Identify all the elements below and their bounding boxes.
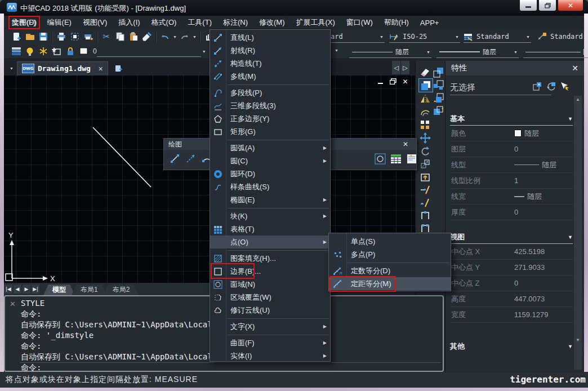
print-preview-button[interactable] bbox=[68, 30, 82, 43]
lineweight-dropdown[interactable]: 随层 ▼ bbox=[436, 46, 519, 58]
menu-item-spline[interactable]: 样条曲线(S) bbox=[210, 180, 330, 193]
section-view-header[interactable]: 视图▼ bbox=[450, 231, 573, 244]
trim-icon[interactable] bbox=[418, 183, 432, 196]
restore-button[interactable] bbox=[538, 0, 556, 11]
submenu-item-multiple-points[interactable]: 多点(P) bbox=[329, 248, 451, 261]
color-dropdown-arrow[interactable]: ▼ bbox=[333, 48, 340, 52]
next-tab-button[interactable]: ▶ bbox=[23, 285, 30, 294]
bring-to-front-icon[interactable] bbox=[431, 65, 445, 78]
prop-row-lineweight[interactable]: 线宽 随层 bbox=[450, 189, 573, 205]
menu-item-polygon[interactable]: 正多边形(Y) bbox=[210, 112, 330, 125]
menu-item-block[interactable]: 块(K) ▶ bbox=[210, 210, 330, 223]
prop-row-center-z[interactable]: 中心点 Z 0 bbox=[450, 276, 573, 291]
erase-icon[interactable] bbox=[418, 65, 432, 78]
prop-row-thickness[interactable]: 厚度 0 bbox=[450, 205, 573, 220]
prev-tab-button[interactable]: ◀ bbox=[14, 285, 21, 294]
prop-row-linetype-scale[interactable]: 线型比例 1 bbox=[450, 173, 573, 189]
copy-icon[interactable] bbox=[113, 30, 127, 43]
submenu-item-divide[interactable]: n 定数等分(D) bbox=[329, 264, 451, 277]
menu-insert[interactable]: 插入(I) bbox=[115, 16, 143, 29]
menu-dimension[interactable]: 标注(N) bbox=[220, 16, 251, 29]
array-icon[interactable] bbox=[418, 118, 432, 131]
scroll-up-icon[interactable]: ▲ bbox=[574, 97, 582, 102]
menu-item-multiline[interactable]: 多线(M) bbox=[210, 70, 330, 83]
floating-toolbar-close-icon[interactable]: ✕ bbox=[403, 140, 408, 148]
command-close-icon[interactable]: ✕ bbox=[10, 300, 16, 308]
stretch-icon[interactable] bbox=[418, 170, 432, 183]
menu-window[interactable]: 窗口(W) bbox=[343, 16, 376, 29]
prop-row-linetype[interactable]: 线型 随层 bbox=[450, 157, 573, 173]
tab-layout2[interactable]: 布局2 bbox=[104, 285, 139, 295]
move-icon[interactable] bbox=[418, 131, 432, 144]
menu-item-construction-line[interactable]: 构造线(T) bbox=[210, 57, 330, 70]
menu-item-region[interactable]: 面域(N) bbox=[210, 278, 330, 291]
menu-draw[interactable]: 绘图(D) bbox=[8, 16, 40, 29]
close-button[interactable]: ✕ bbox=[558, 0, 583, 11]
offset-icon[interactable] bbox=[418, 105, 432, 118]
send-to-back-icon[interactable] bbox=[431, 78, 445, 91]
menu-express[interactable]: 扩展工具(X) bbox=[293, 16, 338, 29]
layer-color-swatch[interactable] bbox=[77, 45, 91, 57]
menu-item-text[interactable]: 文字(X) ▶ bbox=[210, 320, 330, 333]
xline-tool-icon[interactable] bbox=[184, 152, 198, 166]
table-tool-icon[interactable] bbox=[389, 152, 403, 166]
menu-item-polyline[interactable]: 多段线(P) bbox=[210, 86, 330, 99]
extend-icon[interactable] bbox=[418, 196, 432, 209]
menu-item-ellipse[interactable]: 椭圆(E) ▶ bbox=[210, 193, 330, 206]
layer-freeze-icon[interactable] bbox=[37, 45, 50, 57]
line-tool-icon[interactable] bbox=[168, 152, 182, 166]
menu-modify[interactable]: 修改(M) bbox=[256, 16, 288, 29]
prop-row-layer[interactable]: 图层 0 bbox=[450, 141, 573, 157]
new-doc-tab-button[interactable] bbox=[112, 62, 125, 74]
minimize-button[interactable] bbox=[519, 0, 537, 11]
print-button[interactable] bbox=[55, 30, 68, 43]
tab-scroll-right-button[interactable]: ▷ bbox=[401, 61, 409, 74]
section-other-header[interactable]: 其他▼ bbox=[450, 340, 573, 353]
break-at-point-icon[interactable] bbox=[418, 209, 432, 222]
mleader-style-dropdown[interactable]: Standard bbox=[537, 31, 588, 42]
menu-item-3d-polyline[interactable]: 三维多段线(3) bbox=[210, 99, 330, 112]
doc-list-dropdown-icon[interactable]: ▼ bbox=[8, 66, 15, 70]
tab-model[interactable]: 模型 bbox=[43, 285, 75, 295]
cut-icon[interactable]: ✂ bbox=[100, 30, 113, 43]
menu-item-arc[interactable]: 圆弧(A) ▶ bbox=[210, 141, 330, 154]
save-button[interactable] bbox=[37, 30, 50, 43]
region-tool-icon[interactable] bbox=[373, 152, 387, 166]
redo-dropdown-icon[interactable]: ▼ bbox=[191, 35, 198, 39]
layer-dropdown-arrow[interactable]: ▼ bbox=[201, 50, 207, 54]
match-properties-icon[interactable] bbox=[140, 30, 154, 43]
menu-item-surface[interactable]: 曲面(F) ▶ bbox=[210, 336, 330, 349]
menu-tools[interactable]: 工具(T) bbox=[184, 16, 215, 29]
menu-item-table[interactable]: 表格(T) bbox=[210, 223, 330, 236]
menu-item-revision-cloud[interactable]: 修订云线(U) bbox=[210, 304, 330, 317]
menu-item-solid[interactable]: 实体(I) ▶ bbox=[210, 349, 330, 362]
menu-item-donut[interactable]: 圆环(D) bbox=[210, 167, 330, 180]
prop-row-width[interactable]: 宽度 1159.1279 bbox=[450, 307, 573, 323]
plotstyle-dropdown-partial[interactable]: 随层 bbox=[523, 46, 588, 58]
bring-above-icon[interactable] bbox=[431, 91, 445, 104]
dim-style-dropdown[interactable]: ISO-25 ▼ bbox=[389, 31, 460, 43]
mirror-icon[interactable] bbox=[418, 92, 432, 105]
menu-item-line[interactable]: 直线(L) bbox=[210, 31, 330, 44]
submenu-item-single-point[interactable]: 单点(S) bbox=[329, 235, 451, 248]
select-objects-icon[interactable] bbox=[546, 81, 556, 94]
doc-tab-drawing1[interactable]: DWG Drawing1.dwg ✕ bbox=[17, 61, 108, 75]
prop-row-center-x[interactable]: 中心点 X 425.5198 bbox=[450, 244, 573, 260]
menu-item-circle[interactable]: 圆(C) ▶ bbox=[210, 154, 330, 167]
plot-button[interactable] bbox=[82, 30, 95, 43]
menu-edit[interactable]: 编辑(E) bbox=[44, 16, 75, 29]
linetype-dropdown[interactable]: 随层 ▼ bbox=[349, 46, 431, 58]
menu-view[interactable]: 视图(V) bbox=[79, 16, 110, 29]
scroll-down-icon[interactable]: ▼ bbox=[574, 337, 582, 343]
paste-icon[interactable] bbox=[127, 30, 140, 43]
prop-row-color[interactable]: 颜色 随层 bbox=[450, 126, 573, 141]
new-file-button[interactable] bbox=[10, 30, 23, 43]
layer-on-bulb-icon[interactable] bbox=[23, 45, 37, 57]
last-tab-button[interactable]: ▶| bbox=[32, 285, 39, 294]
send-under-icon[interactable] bbox=[431, 104, 445, 117]
section-basic-header[interactable]: 基本▼ bbox=[450, 113, 573, 126]
menu-app-plus[interactable]: APP+ bbox=[417, 17, 443, 29]
layer-new-icon[interactable] bbox=[50, 45, 64, 57]
rotate-icon[interactable] bbox=[418, 144, 432, 157]
properties-close-icon[interactable]: ✕ bbox=[572, 64, 578, 73]
